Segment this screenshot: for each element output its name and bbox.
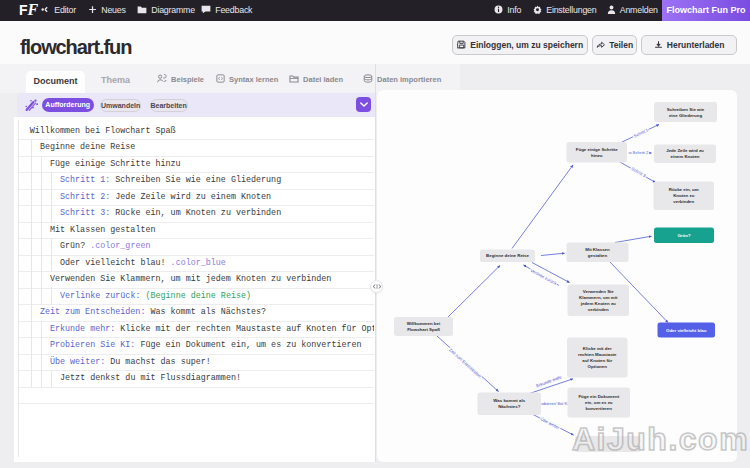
svg-text:gestalten: gestalten bbox=[588, 253, 608, 258]
svg-text:verbinden: verbinden bbox=[588, 307, 609, 312]
svg-text:Oder vielleicht blau: Oder vielleicht blau bbox=[666, 328, 707, 333]
svg-text:Nächstes?: Nächstes? bbox=[498, 404, 521, 409]
svg-text:Füge einige Schritte: Füge einige Schritte bbox=[576, 147, 619, 152]
svg-text:Schritt 1: Schritt 1 bbox=[633, 127, 650, 139]
svg-text:Übe weiter: Übe weiter bbox=[540, 417, 561, 431]
svg-text:Rücke ein, um: Rücke ein, um bbox=[669, 187, 699, 192]
svg-text:Verlinke zurück: Verlinke zurück bbox=[530, 268, 559, 286]
svg-text:Probieren Sie KI: Probieren Sie KI bbox=[537, 401, 568, 406]
svg-text:Zeit zum Entscheiden: Zeit zum Entscheiden bbox=[448, 347, 483, 379]
svg-text:Schreiben Sie wie: Schreiben Sie wie bbox=[667, 107, 705, 112]
svg-text:Erkunde mehr: Erkunde mehr bbox=[535, 374, 563, 388]
svg-text:Flowchart Spaß: Flowchart Spaß bbox=[407, 327, 440, 332]
svg-text:Mit Klassen: Mit Klassen bbox=[585, 247, 610, 252]
svg-text:Füge ein Dokument: Füge ein Dokument bbox=[578, 394, 619, 399]
svg-text:verbinden: verbinden bbox=[673, 199, 694, 204]
svg-text:jedem Knoten zu: jedem Knoten zu bbox=[580, 301, 616, 306]
svg-text:eine Gliederung: eine Gliederung bbox=[669, 113, 702, 118]
svg-text:Jede Zeile wird zu: Jede Zeile wird zu bbox=[666, 148, 704, 153]
svg-text:Klammern, um mit: Klammern, um mit bbox=[579, 295, 618, 300]
svg-text:hinzu: hinzu bbox=[591, 153, 603, 158]
svg-text:Knoten zu: Knoten zu bbox=[673, 193, 695, 198]
svg-text:Verwenden Sie: Verwenden Sie bbox=[583, 289, 615, 294]
svg-text:rechten Maustaste: rechten Maustaste bbox=[578, 352, 617, 357]
svg-text:Schritt 3: Schritt 3 bbox=[630, 166, 647, 179]
svg-text:ein, um es zu: ein, um es zu bbox=[585, 400, 613, 405]
svg-text:Grün?: Grün? bbox=[677, 233, 690, 238]
svg-text:Willkommen bei: Willkommen bei bbox=[407, 321, 440, 326]
svg-text:Klicke mit der: Klicke mit der bbox=[583, 346, 612, 351]
svg-text:einem Knoten: einem Knoten bbox=[670, 154, 699, 159]
svg-text:Beginne deine Reise: Beginne deine Reise bbox=[486, 253, 530, 258]
svg-text:Schritt 2: Schritt 2 bbox=[633, 150, 649, 155]
svg-text:Was kommt als: Was kommt als bbox=[493, 398, 525, 403]
svg-text:konvertieren: konvertieren bbox=[586, 406, 613, 411]
svg-text:auf Knoten für: auf Knoten für bbox=[582, 358, 612, 363]
svg-text:Optionen: Optionen bbox=[588, 364, 608, 369]
